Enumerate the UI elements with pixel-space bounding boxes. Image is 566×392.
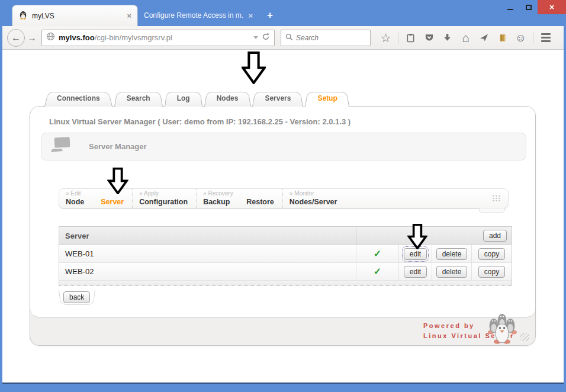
home-icon[interactable]: ⌂ <box>458 29 474 47</box>
globe-icon <box>46 32 55 43</box>
new-tab-button[interactable]: + <box>259 5 281 26</box>
url-text: mylvs.foo/cgi-bin/mylvsmgrsrv.pl <box>59 33 250 42</box>
maximize-icon <box>526 5 532 10</box>
search-box[interactable] <box>281 30 371 46</box>
window-controls: × <box>501 0 566 14</box>
resize-grip-icon[interactable] <box>520 333 529 341</box>
browser-tab-mylvs[interactable]: myLVS × <box>12 5 138 26</box>
section-server-manager: Server Manager <box>41 133 526 160</box>
downloads-icon[interactable] <box>439 29 455 47</box>
hello-smiley-icon[interactable]: ☺ <box>513 29 529 47</box>
lvs-penguins-logo <box>486 313 518 347</box>
server-name: WEB-01 <box>59 245 356 262</box>
send-plane-icon[interactable] <box>476 29 492 47</box>
tab-nodes[interactable]: Nodes <box>204 90 251 107</box>
main-panel: Linux Virtual Server Manager ( User: dem… <box>30 106 536 346</box>
browser-tab-remote-access[interactable]: Configure Remote Access in m... × <box>138 5 259 26</box>
maximize-button[interactable] <box>519 0 538 14</box>
back-button[interactable]: ← <box>7 29 25 47</box>
server-table: Server add WEB-01 ✓ edit delete copy WEB… <box>59 226 512 286</box>
edit-button[interactable]: edit <box>404 248 427 260</box>
table-header: Server add <box>59 227 512 245</box>
menu-group-label: » Monitor <box>290 190 337 197</box>
tab-close-icon[interactable]: × <box>127 11 131 20</box>
copy-button[interactable]: copy <box>478 266 505 278</box>
toolbar-icons: ☆ ⌂ ☺ <box>378 29 554 47</box>
app-tabs: Connections Search Log Nodes Servers Set… <box>44 90 352 107</box>
panel-content: Linux Virtual Server Manager ( User: dem… <box>30 107 535 317</box>
menu-item-backup[interactable]: Backup <box>203 197 230 207</box>
url-dropdown-icon[interactable] <box>253 36 258 39</box>
menu-group-label: » Apply <box>139 190 188 197</box>
page-viewport: Connections Search Log Nodes Servers Set… <box>2 50 564 384</box>
grip-dots-icon[interactable] <box>492 195 501 202</box>
menu-item-configuration[interactable]: Configuration <box>139 197 188 207</box>
monitor-icon <box>50 137 72 157</box>
minimize-icon <box>507 9 513 10</box>
back-tab: back <box>59 290 95 307</box>
copy-button[interactable]: copy <box>478 248 505 260</box>
tab-close-icon[interactable]: × <box>248 11 253 20</box>
reload-icon[interactable] <box>262 33 270 43</box>
annotation-arrow-edit <box>407 224 427 249</box>
tab-title: Configure Remote Access in m... <box>144 11 244 20</box>
reading-list-icon[interactable] <box>403 29 419 47</box>
back-page-button[interactable]: back <box>63 291 90 303</box>
server-name: WEB-02 <box>59 263 356 280</box>
column-header-server: Server <box>59 227 356 245</box>
delete-button[interactable]: delete <box>436 248 468 260</box>
tux-favicon-icon <box>18 10 28 22</box>
delete-button[interactable]: delete <box>436 266 468 278</box>
toolbar-separator <box>533 32 533 44</box>
menu-group-recovery: » Recovery Backup Restore <box>196 189 282 208</box>
section-title: Server Manager <box>89 142 147 151</box>
menu-item-restore[interactable]: Restore <box>246 197 274 207</box>
add-button[interactable]: add <box>483 230 507 242</box>
tab-setup[interactable]: Setup <box>305 90 349 107</box>
menu-item-node[interactable]: Node <box>66 197 84 207</box>
menu-hamburger-icon[interactable] <box>538 29 554 47</box>
status-check-icon: ✓ <box>356 245 399 262</box>
forward-button[interactable]: → <box>25 33 39 43</box>
close-button[interactable]: × <box>538 0 566 14</box>
menu-group-apply: » Apply Configuration <box>132 189 196 208</box>
tab-servers[interactable]: Servers <box>252 90 303 107</box>
page-title: Linux Virtual Server Manager ( User: dem… <box>49 117 350 126</box>
tab-connections[interactable]: Connections <box>44 90 112 107</box>
titlebar: myLVS × Configure Remote Access in m... … <box>0 0 566 26</box>
status-check-icon: ✓ <box>356 263 399 280</box>
url-path: /cgi-bin/mylvsmgrsrv.pl <box>95 33 172 42</box>
browser-window: myLVS × Configure Remote Access in m... … <box>0 0 566 392</box>
sidebar-book-icon[interactable] <box>494 29 510 47</box>
tab-log[interactable]: Log <box>165 90 202 107</box>
url-domain: mylvs.foo <box>59 33 95 42</box>
url-bar[interactable]: mylvs.foo/cgi-bin/mylvsmgrsrv.pl <box>41 30 275 46</box>
tab-search[interactable]: Search <box>114 90 163 107</box>
annotation-arrow-server <box>107 168 128 194</box>
menu-group-monitor: » Monitor Nodes/Server <box>282 189 346 208</box>
menu-item-nodes-server[interactable]: Nodes/Server <box>290 197 337 207</box>
tab-title: myLVS <box>32 12 123 20</box>
menubar-handle <box>479 208 505 213</box>
search-icon <box>285 33 293 43</box>
menu-group-label: » Recovery <box>203 190 274 197</box>
menu-item-server[interactable]: Server <box>101 197 124 207</box>
annotation-arrow-setup <box>242 52 266 84</box>
browser-tabstrip: myLVS × Configure Remote Access in m... … <box>12 5 281 26</box>
minimize-button[interactable] <box>501 0 519 14</box>
edit-button[interactable]: edit <box>404 266 427 278</box>
table-footer-strip <box>59 281 512 285</box>
table-row: WEB-01 ✓ edit delete copy <box>59 245 512 263</box>
bookmark-star-icon[interactable]: ☆ <box>378 29 394 47</box>
table-row: WEB-02 ✓ edit delete copy <box>59 263 512 281</box>
navigation-toolbar: ← → mylvs.foo/cgi-bin/mylvsmgrsrv.pl <box>2 26 564 50</box>
search-input[interactable] <box>296 34 366 42</box>
toolbar-separator <box>398 32 398 44</box>
pocket-icon[interactable] <box>421 29 437 47</box>
